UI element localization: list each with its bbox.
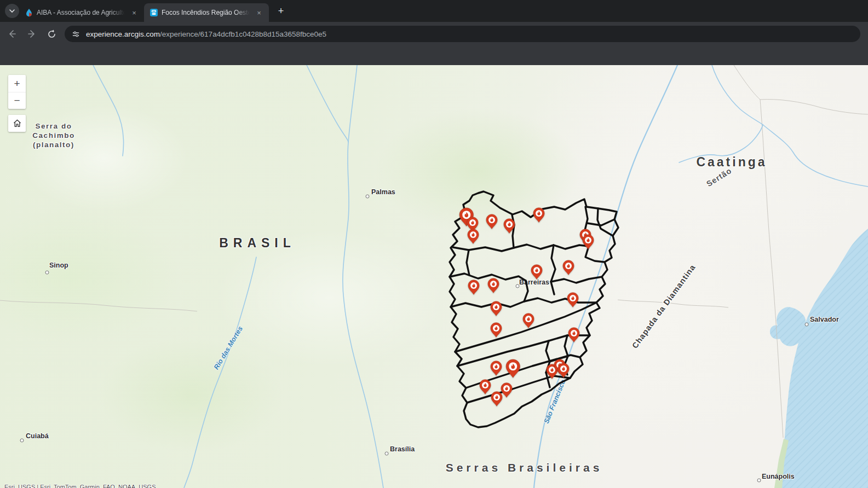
ocean-shape — [770, 229, 868, 488]
browser-toolbar: experience.arcgis.com/experience/617a4dc… — [0, 22, 868, 46]
fire-incident-pin[interactable] — [491, 391, 503, 409]
city-label: Cuiabá — [26, 432, 49, 440]
zoom-in-button[interactable]: + — [8, 75, 26, 92]
river-label-rio-das-mortes: Rio das Mortes — [212, 325, 244, 371]
fire-incident-pin[interactable] — [490, 361, 502, 378]
region-label-brasil: BRASIL — [219, 235, 296, 251]
admin-boundary-lines — [0, 65, 868, 438]
fire-incident-pin[interactable] — [490, 322, 502, 340]
city-marker-dot — [757, 479, 761, 483]
city-label: Sinop — [49, 262, 68, 269]
reload-icon — [47, 30, 56, 39]
url-domain: experience.arcgis.com — [86, 30, 160, 38]
fire-incident-pin[interactable] — [467, 229, 479, 246]
fire-incident-pin[interactable] — [490, 301, 502, 318]
city-label: Salvador — [810, 316, 839, 323]
river-label-s-o-francisco: São Francisco — [543, 379, 567, 425]
city-marker-dot — [805, 323, 809, 327]
city-label: Palmas — [371, 188, 395, 196]
forward-arrow-icon — [27, 29, 37, 39]
river-lines — [93, 65, 868, 488]
reload-button[interactable] — [44, 26, 59, 42]
fire-incident-pin[interactable] — [468, 280, 480, 297]
url-bar[interactable]: experience.arcgis.com/experience/617a4dc… — [65, 26, 860, 42]
forward-button[interactable] — [24, 26, 39, 42]
city-marker-dot — [20, 439, 24, 443]
aiba-favicon-icon — [25, 8, 33, 17]
city-label: Eunápolis — [762, 473, 795, 480]
city-label: Brasília — [390, 445, 415, 453]
zoom-out-button[interactable]: − — [8, 92, 26, 109]
back-arrow-icon — [7, 29, 17, 39]
fire-incident-pin[interactable] — [568, 327, 580, 345]
fire-incident-pin[interactable] — [531, 264, 543, 282]
tab-strip: AIBA - Associação de Agricultor × Focos … — [0, 0, 868, 22]
fire-incident-pin[interactable] — [567, 292, 579, 310]
tab-focos-incendios[interactable]: Focos Incêndios Região Oeste_ × — [144, 3, 269, 22]
url-text: experience.arcgis.com/experience/617a4dc… — [86, 30, 326, 38]
fire-incident-pin[interactable] — [533, 207, 545, 225]
site-settings-icon[interactable] — [71, 30, 81, 39]
experience-builder-favicon-icon — [150, 8, 158, 17]
fire-incident-pin[interactable] — [562, 260, 574, 277]
city-marker-dot — [45, 271, 49, 275]
city-marker-dot — [366, 195, 370, 199]
url-path: /experience/617a4dcfb1c0428b8d15a3658fbc… — [160, 30, 326, 38]
tab-title: AIBA - Associação de Agricultor — [37, 9, 127, 16]
tab-aiba[interactable]: AIBA - Associação de Agricultor × — [19, 3, 144, 22]
browser-window: AIBA - Associação de Agricultor × Focos … — [0, 0, 868, 488]
back-button[interactable] — [4, 26, 20, 42]
fire-incident-pin[interactable] — [557, 363, 570, 380]
fire-incident-pin[interactable] — [522, 313, 534, 330]
home-extent-button[interactable] — [8, 115, 26, 132]
home-icon — [13, 119, 22, 128]
map-canvas[interactable]: PalmasSinopCuiabáBrasíliaBarreirasSalvad… — [0, 65, 868, 488]
fire-incident-pin[interactable] — [582, 234, 594, 252]
fire-incident-pin[interactable] — [505, 359, 521, 380]
chevron-down-icon — [9, 8, 15, 14]
region-label-chapada-da-diamantina: Chapada da Diamantina — [630, 263, 698, 351]
fire-incident-pin[interactable] — [487, 278, 499, 295]
region-label-serra-do-cachimbo-planalto: Serra do Cachimbo (planalto) — [32, 122, 74, 150]
new-tab-button[interactable]: + — [273, 3, 289, 19]
fire-incident-pin[interactable] — [486, 214, 498, 231]
tab-close-icon[interactable]: × — [255, 8, 263, 17]
tab-close-icon[interactable]: × — [130, 8, 139, 17]
fire-incident-pin[interactable] — [503, 218, 515, 236]
map-attribution: Esri, USGS | Esri, TomTom, Garmin, FAO, … — [4, 484, 156, 488]
tab-title: Focos Incêndios Região Oeste_ — [162, 9, 251, 16]
zoom-controls: + − — [8, 75, 26, 109]
tab-search-button[interactable] — [5, 4, 19, 18]
region-label-caatinga: Caatinga — [696, 154, 767, 170]
coastal-vegetation-strip — [774, 439, 789, 488]
region-label-serras-brasileiras: Serras Brasileiras — [446, 461, 603, 475]
bookmarks-strip — [0, 46, 868, 65]
city-marker-dot — [385, 452, 389, 456]
fire-incident-pin[interactable] — [479, 379, 491, 397]
